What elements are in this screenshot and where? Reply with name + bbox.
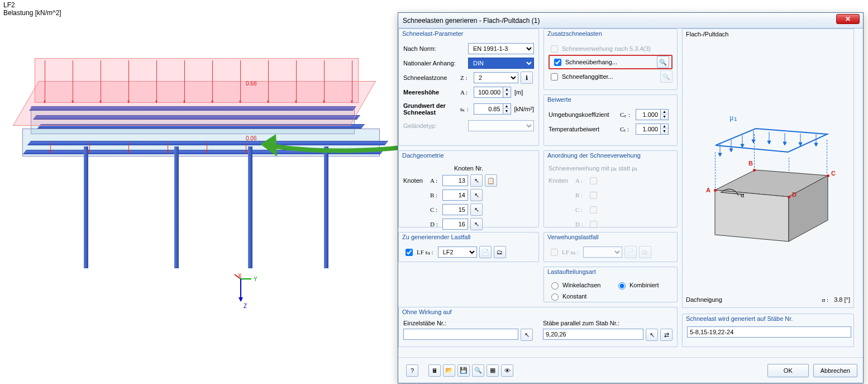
overhang-row-highlight: Schneeüberhang... 🔍 [549,55,673,69]
svg-marker-16 [783,142,786,145]
help-icon[interactable]: ? [406,364,418,377]
lc1-checkbox[interactable] [406,249,413,256]
group-geometry: Dachgeometrie Knoten Nr. Knoten A : ↖ 📋 … [398,150,539,227]
spin-up-icon[interactable]: ▲ [503,87,511,92]
node-a-input[interactable] [442,175,468,186]
beam [23,150,384,154]
picker-icon[interactable]: ↖ [646,329,658,341]
load-value-top: 0.68 [246,80,256,87]
reverse-icon[interactable]: ⇄ [660,329,673,341]
close-button[interactable]: ✕ [836,14,860,24]
group-drift-geometry: Anordnung der Schneeverwehung Schneeverw… [543,150,678,227]
zone-sym: Z : [460,74,474,81]
node-b-input[interactable] [442,189,468,201]
alpha-sym: α [741,191,744,200]
picker-icon[interactable]: ↖ [470,203,483,216]
picker-icon[interactable]: ↖ [470,218,483,230]
opt-combined[interactable]: Kombiniert [616,281,659,290]
cancel-button[interactable]: Abbrechen [813,364,857,377]
node-b-sym: B : [430,192,442,198]
dialog-footer: ? 🖩 📂 💾 🔍 ▦ 👁 OK Abbrechen [398,357,863,383]
load-surface [13,81,376,126]
node-d-input[interactable] [442,219,468,230]
save-icon[interactable]: 💾 [457,364,470,377]
spin-up-icon[interactable]: ▲ [503,104,511,109]
altitude-input[interactable] [474,87,503,98]
node-a-sym: A : [430,177,442,184]
picker-icon[interactable]: ↖ [470,189,483,201]
ct-spinner[interactable]: ▲▼ [636,124,669,135]
list-icon[interactable]: 📋 [485,174,497,187]
group-title: Zusatzschneelasten [547,30,602,37]
lc1-select[interactable]: LF2 [438,246,477,258]
terrain-label: Geländetyp: [403,122,468,129]
drift-hint: Schneeverwehung mit μ₂ statt μ₁ [549,165,637,172]
spin-down-icon[interactable]: ▼ [503,92,511,97]
altitude-label: Meereshöhe [403,89,460,96]
ct-input[interactable] [636,124,660,135]
snowguard-checkbox[interactable] [551,73,558,80]
load-value-edge: 0.06 [246,135,256,141]
parallel-members-input[interactable] [543,329,643,340]
load-unit-label: Belastung [kN/m^2] [3,9,61,17]
zoom-icon[interactable]: 🔍 [472,364,484,377]
open-icon[interactable]: 📂 [443,364,455,377]
picker-icon[interactable]: ↖ [521,329,533,341]
spin-down-icon[interactable]: ▼ [661,115,668,120]
overhang-checkbox[interactable] [554,59,561,66]
browse-lc-icon[interactable]: 🗂 [494,246,506,258]
info-icon[interactable]: ℹ [521,72,533,84]
opt-axis[interactable]: Winkelachsen [549,281,616,290]
col-header: Knoten Nr. [454,165,483,172]
eye-icon[interactable]: 👁 [501,364,513,377]
ce-input[interactable] [636,109,660,120]
slope-value: 3.8 [°] [834,296,850,303]
drift-b-checkbox [590,192,597,199]
drift-a-checkbox [590,177,597,184]
altitude-unit: [m] [514,89,523,96]
group-extra-loads: Zusatzschneelasten Schneeverwehung nach … [543,29,678,90]
annex-select[interactable]: DIN [468,58,534,69]
calculator-icon[interactable]: 🖩 [428,364,441,377]
svg-marker-14 [767,141,771,144]
group-title: Lastaufteilungsart [547,268,596,275]
terrain-select [468,120,534,131]
norm-label: Nach Norm: [403,45,468,52]
drift-c-sym: C : [575,206,588,213]
group-loadcase: Zu generierender Lastfall LF s₁ : LF2 📄 … [398,232,539,262]
group-title: Schneelast-Parameter [402,30,463,37]
spin-up-icon[interactable]: ▲ [661,124,668,129]
group-drift-loadcase: Verwehungslastfall LF s₂ : 📄 🗂 [543,232,678,262]
spin-up-icon[interactable]: ▲ [661,110,668,115]
single-members-input[interactable] [403,329,518,340]
picker-icon[interactable]: ↖ [470,174,483,187]
norm-select[interactable]: EN 1991-1-3 [468,43,534,54]
magnifier-icon[interactable]: 🔍 [657,56,669,68]
table-icon[interactable]: ▦ [487,364,499,377]
svg-line-0 [235,274,241,279]
opt-constant[interactable]: Konstant [549,292,586,301]
lc1-label: LF s₁ : [417,249,433,256]
drift-d-checkbox [590,221,597,228]
target-members-input[interactable] [687,326,851,338]
node-c-input[interactable] [442,204,468,215]
zone-select[interactable]: 2 [474,72,518,83]
ok-button[interactable]: OK [767,364,809,377]
drift-b-sym: B : [575,192,588,198]
spin-down-icon[interactable]: ▼ [661,129,668,134]
node-c-sym: C : [430,206,442,213]
svg-marker-10 [741,144,744,148]
svg-marker-8 [729,149,733,152]
slope-sym: α : [822,296,829,303]
sk-input[interactable] [474,103,503,115]
new-lc-icon[interactable]: 📄 [479,246,492,258]
altitude-spinner[interactable]: ▲▼ [474,87,511,98]
dialog-body: Schneelast-Parameter Nach Norm: EN 1991-… [398,29,863,383]
spin-down-icon[interactable]: ▼ [503,109,511,114]
ce-spinner[interactable]: ▲▼ [636,109,669,120]
ct-label: Temperaturbeiwert [549,126,620,132]
overhang-label: Schneeüberhang... [565,59,655,65]
sk-spinner[interactable]: ▲▼ [474,103,511,115]
preview-title: Flach-/Pultdach [686,31,728,37]
dialog-titlebar[interactable]: Schneelasten generieren - Flach-/Pultdac… [398,13,863,29]
